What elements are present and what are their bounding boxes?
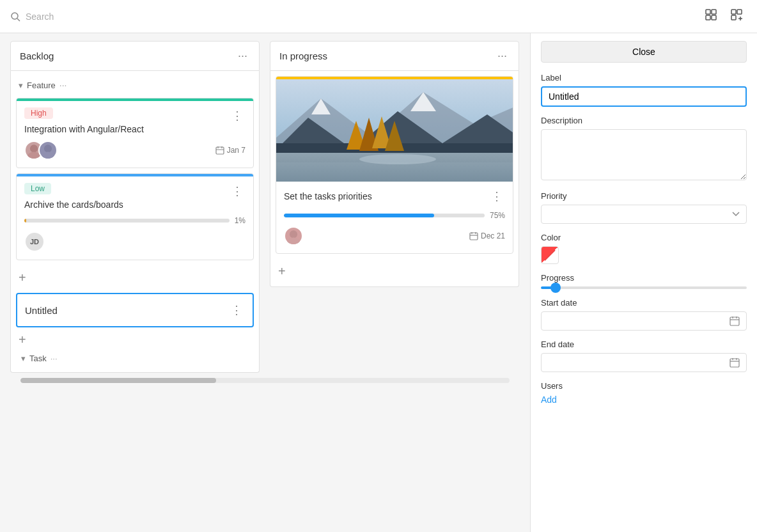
- card-body-2: Low ⋮ Archive the cards/boards 1%: [17, 176, 253, 260]
- end-date-input[interactable]: [548, 357, 730, 368]
- progress-slider[interactable]: [541, 286, 747, 289]
- card-menu-priorities[interactable]: ⋮: [488, 188, 505, 205]
- right-panel: Close Label Description Priority Low Med…: [530, 33, 757, 532]
- date-info-priorities: Dec 21: [469, 231, 505, 240]
- section-feature: ▾ Feature ···: [16, 76, 254, 94]
- add-section-backlog[interactable]: +: [16, 330, 29, 350]
- avatar-priorities: [284, 226, 303, 246]
- badge-low: Low: [24, 183, 51, 194]
- card-menu-2[interactable]: ⋮: [229, 183, 246, 199]
- start-date-input[interactable]: [548, 316, 730, 326]
- add-card-inprogress[interactable]: +: [276, 262, 288, 281]
- calendar-icon-start: [730, 316, 740, 326]
- svg-rect-5: [712, 15, 716, 20]
- progress-row-priorities: 75%: [284, 211, 505, 220]
- progress-field-label: Progress: [541, 273, 747, 283]
- board-area[interactable]: Backlog ··· ▾ Feature ···: [0, 33, 530, 532]
- column-inprogress: In progress ···: [270, 41, 519, 287]
- column-backlog: Backlog ··· ▾ Feature ···: [10, 41, 260, 373]
- topbar-icons: [701, 4, 747, 28]
- description-input[interactable]: [541, 129, 747, 180]
- horiz-scrollbar-track: [20, 378, 510, 383]
- svg-point-30: [359, 154, 436, 164]
- card-footer-2: JD: [24, 231, 246, 252]
- card-footer-1: Jan 7: [24, 141, 246, 160]
- card-footer-priorities: Dec 21: [284, 226, 505, 246]
- color-swatch[interactable]: [541, 246, 559, 264]
- untitled-card[interactable]: Untitled ⋮: [16, 293, 254, 327]
- card-angular-react[interactable]: High ⋮ Integration with Angular/React: [16, 98, 254, 168]
- section-feature-menu[interactable]: ···: [59, 80, 67, 90]
- avatars-1: [24, 141, 52, 160]
- svg-point-31: [290, 230, 297, 238]
- column-menu-inprogress[interactable]: ···: [495, 48, 510, 64]
- svg-rect-4: [706, 15, 710, 20]
- card-title-2: Archive the cards/boards: [24, 199, 246, 210]
- date-priorities: Dec 21: [481, 231, 505, 240]
- card-body-1: High ⋮ Integration with Angular/React: [17, 101, 253, 168]
- chevron-down-icon: ▾: [19, 81, 23, 90]
- svg-point-13: [44, 145, 52, 152]
- card-body-priorities: Set the tasks priorities ⋮ 75%: [276, 182, 513, 253]
- column-body-backlog: ▾ Feature ··· High ⋮ Integration with An: [10, 71, 260, 373]
- svg-rect-41: [730, 359, 739, 367]
- svg-rect-15: [216, 147, 224, 154]
- horiz-scrollbar-thumb: [20, 378, 216, 383]
- column-title-inprogress: In progress: [279, 51, 327, 61]
- priority-select[interactable]: Low Medium High: [541, 205, 747, 224]
- avatar-1b: [38, 141, 58, 160]
- task-section: ▾ Task ···: [16, 350, 254, 367]
- main-layout: Backlog ··· ▾ Feature ···: [0, 33, 757, 532]
- horiz-scroll-area[interactable]: [10, 378, 520, 383]
- card-title-priorities: Set the tasks priorities: [284, 191, 372, 201]
- card-priorities[interactable]: Set the tasks priorities ⋮ 75%: [276, 76, 513, 254]
- card-menu-1[interactable]: ⋮: [229, 107, 246, 124]
- color-field-label: Color: [541, 233, 747, 242]
- svg-rect-8: [731, 15, 736, 20]
- progress-pct-priorities: 75%: [490, 211, 505, 220]
- start-date-row[interactable]: [541, 311, 747, 331]
- close-button[interactable]: Close: [541, 41, 747, 63]
- column-body-inprogress: Set the tasks priorities ⋮ 75%: [270, 71, 519, 287]
- date-info-1: Jan 7: [215, 146, 246, 155]
- column-title-backlog: Backlog: [20, 51, 54, 61]
- end-date-label: End date: [541, 340, 747, 349]
- svg-point-11: [30, 145, 38, 152]
- start-date-label: Start date: [541, 298, 747, 308]
- progress-pct-2: 1%: [235, 216, 246, 225]
- untitled-menu[interactable]: ⋮: [228, 302, 245, 318]
- progress-row-2: 1%: [24, 216, 246, 225]
- card-archive[interactable]: Low ⋮ Archive the cards/boards 1%: [16, 173, 254, 260]
- date-1: Jan 7: [227, 146, 246, 155]
- svg-rect-3: [712, 10, 716, 14]
- svg-rect-33: [470, 233, 478, 240]
- description-field-label: Description: [541, 116, 747, 125]
- column-header-backlog: Backlog ···: [10, 41, 260, 71]
- users-field-label: Users: [541, 381, 747, 391]
- untitled-label: Untitled: [25, 305, 58, 316]
- label-field-label: Label: [541, 73, 747, 82]
- column-menu-backlog[interactable]: ···: [235, 48, 250, 64]
- progress-slider-row: [541, 286, 747, 289]
- section-feature-label: Feature: [27, 81, 56, 90]
- task-menu[interactable]: ···: [51, 354, 58, 363]
- add-card-backlog[interactable]: +: [16, 268, 29, 288]
- progress-track-2: [24, 219, 230, 223]
- end-date-row[interactable]: [541, 353, 747, 372]
- chevron-task: ▾: [21, 354, 26, 363]
- svg-rect-2: [706, 10, 710, 14]
- svg-rect-7: [737, 10, 742, 14]
- badge-high: High: [24, 107, 53, 119]
- svg-point-14: [42, 152, 55, 160]
- grid-view-button[interactable]: [701, 4, 721, 28]
- add-user-button[interactable]: Add: [541, 395, 557, 405]
- panel-body: Label Description Priority Low Medium Hi…: [531, 68, 757, 415]
- search-area[interactable]: Search: [10, 12, 54, 22]
- add-view-button[interactable]: [726, 4, 747, 28]
- progress-fill-priorities: [284, 214, 434, 217]
- progress-track-priorities: [284, 214, 485, 217]
- columns-wrapper: Backlog ··· ▾ Feature ···: [10, 41, 520, 373]
- progress-fill-2: [24, 219, 26, 223]
- task-label: Task: [29, 354, 47, 363]
- label-input[interactable]: [541, 86, 747, 107]
